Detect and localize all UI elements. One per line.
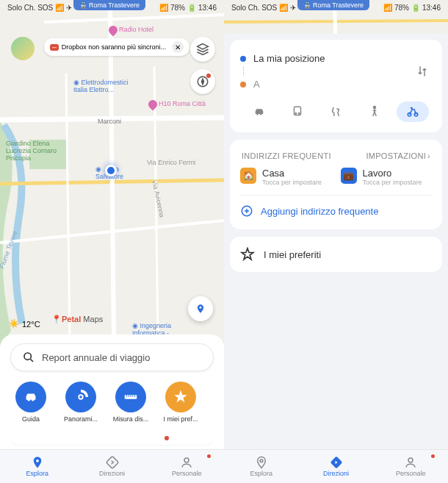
swap-button[interactable] bbox=[413, 62, 432, 81]
compass-button[interactable] bbox=[190, 69, 215, 94]
svg-point-7 bbox=[36, 459, 39, 462]
star-icon bbox=[240, 247, 255, 262]
nav-directions[interactable]: Direzioni bbox=[75, 450, 150, 483]
partial-card[interactable] bbox=[10, 430, 214, 445]
person-icon bbox=[180, 456, 193, 469]
mode-transit[interactable] bbox=[281, 101, 314, 122]
poi-giardino: Giardino Elena Lucrezia Cornaro Piscopia bbox=[6, 140, 72, 162]
search-placeholder: Report annuale di viaggio bbox=[42, 352, 150, 363]
svg-point-12 bbox=[295, 113, 297, 115]
notification-pill[interactable]: ··· Dropbox non saranno più sincroni... … bbox=[44, 38, 189, 56]
poi-elettro[interactable]: ◉ Elettrodomestici Italia Elettro... bbox=[73, 79, 140, 93]
notification-dot bbox=[207, 454, 211, 458]
svg-point-9 bbox=[184, 458, 189, 462]
svg-point-18 bbox=[260, 459, 263, 462]
current-location-dot bbox=[105, 165, 117, 176]
directions-icon bbox=[106, 456, 119, 469]
route-to[interactable]: A bbox=[240, 76, 413, 93]
destination-dot-icon bbox=[240, 82, 246, 87]
address-home[interactable]: 🏠 CasaTocca per impostare bbox=[240, 168, 332, 186]
layers-button[interactable] bbox=[190, 37, 215, 62]
settings-link[interactable]: IMPOSTAZIONI › bbox=[366, 151, 430, 160]
quick-guide[interactable]: Guida bbox=[10, 382, 51, 423]
add-frequent-button[interactable]: Aggiungi indirizzo frequente bbox=[240, 195, 432, 219]
quick-favorites[interactable]: I miei pref... bbox=[160, 382, 201, 423]
quick-panorama[interactable]: Panorami... bbox=[60, 382, 101, 423]
svg-point-5 bbox=[79, 395, 83, 399]
person-icon bbox=[404, 456, 417, 469]
origin-dot-icon bbox=[240, 56, 246, 62]
mode-bike[interactable] bbox=[397, 101, 429, 122]
svg-point-20 bbox=[408, 458, 413, 462]
street-fermi: Via Enrico Fermi bbox=[147, 159, 195, 166]
nav-directions[interactable]: Direzioni bbox=[299, 450, 374, 483]
route-card: La mia posizione A bbox=[230, 40, 442, 132]
locate-button[interactable] bbox=[188, 296, 213, 321]
weather-badge[interactable]: ☀️ 12°C bbox=[9, 319, 40, 329]
quick-actions-row: Guida Panorami... Misura dis... I miei p… bbox=[10, 382, 214, 423]
map-watermark: 📍Petal Maps bbox=[51, 315, 103, 324]
bottom-sheet[interactable]: Report annuale di viaggio Guida Panorami… bbox=[0, 334, 224, 449]
directions-panel: La mia posizione A bbox=[224, 34, 448, 449]
home-icon: 🏠 bbox=[240, 168, 256, 184]
nav-explore[interactable]: Esplora bbox=[224, 450, 299, 483]
directions-icon bbox=[330, 456, 343, 469]
svg-rect-8 bbox=[106, 457, 118, 469]
poi-radio-hotel[interactable]: Radio Hotel bbox=[109, 26, 153, 35]
mode-taxi[interactable] bbox=[319, 101, 352, 122]
route-from[interactable]: La mia posizione bbox=[240, 50, 413, 67]
svg-point-14 bbox=[373, 107, 375, 109]
poi-marconi: Marconi bbox=[98, 118, 121, 125]
plus-circle-icon bbox=[240, 204, 253, 218]
svg-point-3 bbox=[200, 307, 202, 309]
notification-text: Dropbox non saranno più sincroni... bbox=[62, 43, 166, 51]
nav-explore[interactable]: Esplora bbox=[0, 450, 75, 483]
address-work[interactable]: 💼 LavoroTocca per impostare bbox=[341, 168, 433, 186]
location-icon bbox=[255, 456, 268, 469]
frequent-card: INDIRIZZI FREQUENTI IMPOSTAZIONI › 🏠 Cas… bbox=[230, 140, 442, 229]
notification-dot bbox=[431, 454, 435, 458]
bottom-nav: Esplora Direzioni Personale bbox=[0, 449, 224, 483]
chevron-right-icon: › bbox=[427, 151, 430, 160]
svg-point-13 bbox=[299, 113, 300, 115]
quick-booking[interactable]: BBo... bbox=[210, 382, 214, 423]
frequent-title: INDIRIZZI FREQUENTI bbox=[242, 151, 331, 160]
nav-personal[interactable]: Personale bbox=[373, 450, 448, 483]
search-input[interactable]: Report annuale di viaggio bbox=[10, 343, 214, 371]
location-icon bbox=[31, 456, 44, 469]
avatar[interactable] bbox=[11, 37, 35, 60]
svg-point-4 bbox=[24, 353, 31, 359]
status-bar: Solo Ch. SOS 📶 ✈ 📶 78% 🔋 13:46 bbox=[0, 0, 224, 15]
nav-personal[interactable]: Personale bbox=[149, 450, 224, 483]
mode-walk[interactable] bbox=[358, 101, 391, 122]
work-icon: 💼 bbox=[341, 168, 357, 184]
quick-measure[interactable]: Misura dis... bbox=[110, 382, 151, 423]
status-bar: Solo Ch. SOS 📶 ✈ 📶 78% 🔋 13:46 bbox=[224, 0, 448, 15]
notification-badge: ··· bbox=[50, 44, 59, 51]
bottom-nav: Esplora Direzioni Personale bbox=[224, 449, 448, 483]
search-icon bbox=[23, 351, 35, 363]
mode-car[interactable] bbox=[243, 101, 275, 122]
close-icon[interactable]: ✕ bbox=[172, 41, 184, 53]
transport-modes bbox=[240, 101, 432, 122]
favorites-card[interactable]: I miei preferiti bbox=[230, 237, 442, 272]
poi-h10[interactable]: H10 Roma Città bbox=[148, 100, 206, 109]
